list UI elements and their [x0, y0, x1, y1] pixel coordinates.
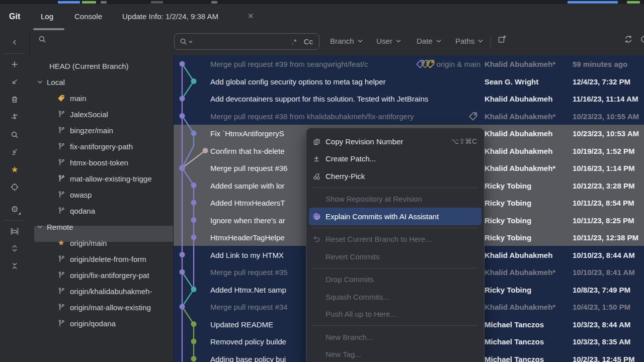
ai-assistant-icon: [311, 211, 321, 221]
match-case-toggle[interactable]: Cc: [304, 37, 313, 46]
ide-git-log-window: Git Log Console Update Info: 1/2/24, 9:3…: [0, 0, 644, 362]
star-icon: ★: [57, 238, 65, 247]
sidebar-item-branch[interactable]: qodana: [29, 203, 173, 219]
trash-icon[interactable]: [10, 95, 19, 104]
sidebar-item-branch[interactable]: owasp: [29, 187, 173, 203]
branch-icon: [57, 143, 65, 150]
branch-icon: [57, 207, 65, 214]
menu-item-squash-commits[interactable]: Squash Commits...: [309, 288, 481, 306]
sidebar-item-branch[interactable]: main: [29, 90, 173, 106]
active-tab-indicator: [33, 28, 64, 30]
clipped-toolbar-icon[interactable]: [640, 35, 644, 44]
sidebar-item-branch[interactable]: origin/mat-allow-existing: [29, 299, 173, 315]
chevron-down-icon[interactable]: [189, 40, 193, 43]
settings-gear-icon[interactable]: ⚙: [10, 205, 19, 214]
sidebar-item-branch-selected[interactable]: mat-allow-existing-trigge: [29, 170, 173, 187]
menu-item-copy-revision-number[interactable]: Copy Revision Number ⌥⇧⌘C: [309, 133, 481, 150]
commit-search-field[interactable]: .* Cc: [174, 33, 319, 50]
editor-code-fragment: [58, 1, 80, 4]
sidebar-item-branch[interactable]: origin/khalidabuhakmeh-: [29, 283, 173, 299]
regex-toggle[interactable]: .*: [292, 37, 297, 46]
chevron-down-icon[interactable]: [37, 80, 43, 84]
commit-row[interactable]: Merge pull request #39 from seangwright/…: [174, 55, 644, 73]
menu-divider: [312, 325, 478, 326]
shortcut-hint: ⌥⇧⌘C: [451, 137, 477, 145]
chevron-down-icon: [478, 39, 483, 43]
menu-item-show-repository-at-revision[interactable]: Show Repository at Revision: [309, 191, 481, 208]
editor-sliver: [0, 0, 644, 4]
toolbar-divider: [491, 36, 491, 49]
tag-icon: [57, 95, 65, 102]
search-icon: [179, 37, 188, 46]
sidebar-item-branch[interactable]: origin/qodana: [29, 315, 173, 331]
chevron-left-icon[interactable]: [10, 38, 19, 47]
toolwindow-title: Git: [9, 12, 20, 21]
tab-update-info[interactable]: Update Info: 1/2/24, 9:38 AM: [122, 12, 218, 21]
menu-item-explain-commits-with-ai-assistant[interactable]: Explain Commits with AI Assistant: [309, 208, 481, 225]
sidebar-item-branch[interactable]: ★ origin/main: [29, 235, 173, 251]
editor-code-fragment: [627, 1, 640, 4]
open-new-tab-icon[interactable]: [498, 35, 507, 44]
menu-item-revert-commits[interactable]: Revert Commits: [309, 248, 481, 265]
filter-paths[interactable]: Paths: [455, 37, 483, 45]
plus-icon[interactable]: [10, 60, 19, 69]
branch-icon: [57, 191, 65, 198]
menu-divider: [312, 268, 478, 268]
menu-item-new-tag[interactable]: New Tag...: [309, 346, 481, 362]
menu-item-cherry-pick[interactable]: Cherry-Pick: [309, 167, 481, 185]
commit-row[interactable]: Merge pull request #38 from khalidabuhak…: [174, 108, 644, 125]
menu-item-push-all-up-to-here[interactable]: Push All up to Here...: [309, 306, 481, 323]
arrow-down-left-icon[interactable]: [10, 77, 19, 86]
undo-icon: [311, 234, 321, 244]
close-icon[interactable]: ✕: [248, 12, 254, 21]
collapse-all-icon[interactable]: [10, 261, 19, 270]
branch-icon: [57, 320, 65, 327]
sidebar-item-head[interactable]: HEAD (Current Branch): [29, 58, 173, 74]
sidebar-item-branch[interactable]: origin/delete-from-form: [29, 251, 173, 267]
filter-branch[interactable]: Branch: [330, 37, 363, 45]
sidebar-item-branch[interactable]: htmx-boost-token: [29, 154, 173, 170]
commit-row[interactable]: Add devcontainers support for this solut…: [174, 90, 644, 108]
menu-item-reset-current-branch[interactable]: Reset Current Branch to Here...: [309, 231, 481, 248]
sidebar-group-remote[interactable]: Remote: [29, 219, 173, 235]
target-icon[interactable]: [10, 183, 19, 192]
filter-user[interactable]: User: [376, 37, 401, 45]
expand-all-icon[interactable]: [10, 244, 19, 253]
plus-minus-icon: ±: [311, 154, 321, 164]
tab-console[interactable]: Console: [74, 12, 102, 21]
editor-code-fragment: [82, 1, 96, 4]
go-to-hash-icon[interactable]: [10, 147, 19, 156]
refresh-icon[interactable]: [624, 35, 633, 44]
chevron-down-icon[interactable]: [37, 225, 43, 229]
branch-icon: [57, 111, 65, 118]
tab-log[interactable]: Log: [41, 12, 53, 21]
merge-arrows-icon[interactable]: [10, 112, 19, 121]
branch-icon: [57, 304, 65, 311]
sidebar-item-branch[interactable]: fix-antiforgery-path: [29, 138, 173, 154]
search-icon[interactable]: [10, 130, 19, 139]
menu-item-new-branch[interactable]: New Branch...: [309, 328, 481, 346]
branch-icon: [57, 272, 65, 279]
branches-sidebar: HEAD (Current Branch) Local main JalexSo…: [29, 55, 173, 362]
git-toolwindow-header: Git Log Console Update Info: 1/2/24, 9:3…: [0, 4, 644, 32]
editor-code-fragment: [568, 1, 618, 4]
filter-date[interactable]: Date: [417, 37, 441, 45]
log-toolbar: .* Cc Branch User Date Paths: [0, 31, 644, 56]
branch-icon: [57, 255, 65, 262]
sidebar-item-branch[interactable]: bingzer/main: [29, 122, 173, 138]
sidebar-item-branch[interactable]: JalexSocial: [29, 106, 173, 122]
editor-code-fragment: [211, 1, 217, 4]
tag-icon: [469, 112, 477, 121]
commit-row[interactable]: Add global config security options to me…: [174, 73, 644, 90]
branch-icon: [57, 288, 65, 295]
star-icon[interactable]: ★: [10, 165, 19, 174]
search-icon[interactable]: [38, 35, 47, 44]
editor-code-fragment: [151, 1, 163, 4]
menu-item-drop-commits[interactable]: Drop Commits: [309, 271, 481, 289]
chevron-down-icon: [396, 39, 401, 43]
sidebar-item-branch[interactable]: origin/fix-antiforgery-pat: [29, 267, 173, 283]
menu-item-create-patch[interactable]: ± Create Patch...: [309, 150, 481, 168]
group-directories-icon[interactable]: [10, 227, 19, 236]
chevron-down-icon: [358, 39, 363, 43]
sidebar-group-local[interactable]: Local: [29, 74, 173, 90]
